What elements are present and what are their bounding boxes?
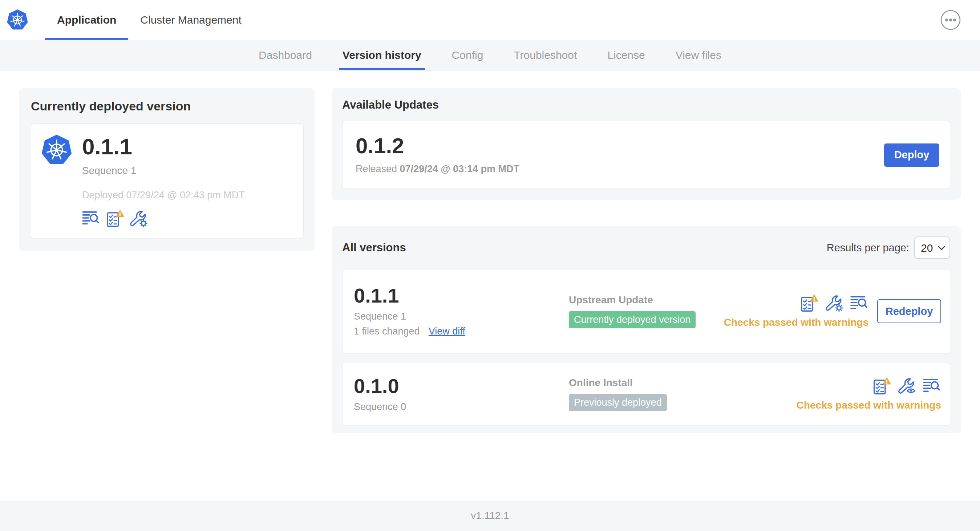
tab-config[interactable]: Config	[448, 40, 487, 70]
deployed-sequence: Sequence 1	[82, 165, 245, 176]
results-per-page-label: Results per page:	[827, 242, 909, 254]
logs-icon[interactable]	[82, 211, 100, 226]
version-source: Online Install	[569, 377, 797, 389]
version-actions	[873, 377, 941, 394]
results-per-page-select[interactable]: 20	[914, 237, 950, 259]
all-versions-header: All versions Results per page: 20	[342, 237, 950, 259]
tab-view-files-label: View files	[676, 49, 721, 61]
deploy-button[interactable]: Deploy	[884, 143, 939, 167]
tab-cluster-management[interactable]: Cluster Management	[128, 0, 253, 40]
available-updates-title: Available Updates	[342, 99, 950, 111]
update-released-line: Released 07/29/24 @ 03:14 pm MDT	[356, 164, 519, 175]
released-datetime: 07/29/24 @ 03:14 pm MDT	[400, 164, 519, 174]
tab-view-files[interactable]: View files	[672, 40, 725, 70]
status-badge: Previously deployed	[569, 394, 667, 411]
version-actions	[800, 294, 869, 312]
console-version: v1.112.1	[471, 510, 509, 521]
tab-application[interactable]: Application	[45, 0, 128, 40]
row-sequence: Sequence 1	[354, 311, 569, 322]
view-config-icon[interactable]	[898, 377, 916, 394]
version-row-0-1-1: 0.1.1 Sequence 1 1 files changed View di…	[342, 269, 950, 353]
available-updates-card: Available Updates 0.1.2 Released 07/29/2…	[332, 88, 961, 200]
tab-dashboard-label: Dashboard	[259, 49, 312, 61]
tab-version-history[interactable]: Version history	[339, 40, 425, 70]
tab-license[interactable]: License	[604, 40, 648, 70]
right-column: Available Updates 0.1.2 Released 07/29/2…	[332, 88, 961, 433]
preflight-checks-warning-icon[interactable]	[873, 377, 891, 394]
redeploy-button[interactable]: Redeploy	[877, 299, 941, 323]
ellipsis-menu-icon	[940, 10, 961, 30]
app-footer: v1.112.1	[0, 501, 980, 531]
edit-config-icon[interactable]	[130, 210, 148, 227]
tab-application-label: Application	[57, 14, 116, 26]
row-sequence: Sequence 0	[354, 401, 569, 413]
currently-deployed-version-panel: 0.1.1 Sequence 1 Deployed 07/29/24 @ 02:…	[31, 124, 304, 238]
all-versions-card: All versions Results per page: 20	[332, 226, 961, 433]
header-tabs: Application Cluster Management	[45, 0, 253, 40]
checks-status: Checks passed with warnings	[797, 399, 941, 411]
all-versions-title: All versions	[342, 241, 406, 254]
deployed-version-actions	[82, 210, 245, 227]
update-version-number: 0.1.2	[356, 135, 519, 157]
view-diff-link[interactable]: View diff	[429, 326, 465, 337]
tab-dashboard[interactable]: Dashboard	[255, 40, 316, 70]
ellipsis-menu-button[interactable]	[940, 10, 961, 30]
currently-deployed-title: Currently deployed version	[31, 99, 304, 113]
app-subnav: Dashboard Version history Config Trouble…	[0, 40, 980, 70]
files-changed: 1 files changed	[354, 326, 420, 337]
status-badge: Currently deployed version	[569, 311, 695, 328]
deployed-version-number: 0.1.1	[82, 135, 245, 159]
tab-license-label: License	[607, 49, 645, 61]
main-content: Currently deployed version 0.1.1 Sequenc…	[0, 70, 980, 501]
deployed-timestamp: Deployed 07/29/24 @ 02:43 pm MDT	[82, 189, 245, 201]
version-row-0-1-0: 0.1.0 Sequence 0 Online Install Previous…	[342, 363, 950, 425]
kubernetes-logo	[0, 0, 28, 40]
kubernetes-app-icon	[41, 135, 72, 227]
edit-config-icon[interactable]	[826, 294, 843, 312]
tab-troubleshoot[interactable]: Troubleshoot	[510, 40, 581, 70]
app-header: Application Cluster Management	[0, 0, 980, 40]
preflight-checks-warning-icon[interactable]	[106, 210, 124, 227]
tab-config-label: Config	[452, 49, 484, 61]
available-update-row: 0.1.2 Released 07/29/24 @ 03:14 pm MDT D…	[342, 121, 950, 189]
tab-cluster-management-label: Cluster Management	[140, 14, 241, 26]
currently-deployed-card: Currently deployed version 0.1.1 Sequenc…	[19, 88, 315, 251]
released-label: Released	[356, 164, 397, 174]
row-version-number: 0.1.1	[354, 286, 569, 306]
checks-status: Checks passed with warnings	[724, 317, 869, 328]
logs-icon[interactable]	[923, 378, 941, 393]
logs-icon[interactable]	[850, 295, 869, 310]
version-source: Upstream Update	[569, 294, 724, 306]
tab-version-history-label: Version history	[342, 49, 422, 61]
preflight-checks-warning-icon[interactable]	[800, 294, 818, 312]
tab-troubleshoot-label: Troubleshoot	[514, 49, 577, 61]
row-version-number: 0.1.0	[354, 376, 569, 396]
results-per-page: Results per page: 20	[827, 237, 950, 259]
